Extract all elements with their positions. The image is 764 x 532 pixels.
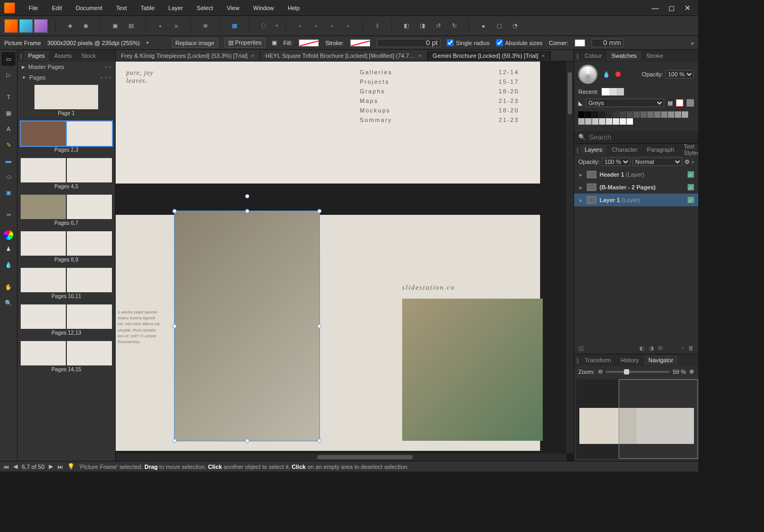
document-tab[interactable]: Gemini Brochure [Locked] (59.3%) [Trial]… <box>428 51 551 60</box>
palette-opts-icon[interactable]: ▦ <box>667 100 673 107</box>
close-tab-icon[interactable]: × <box>251 53 254 59</box>
menu-text[interactable]: Text <box>110 3 133 13</box>
page-thumbnail[interactable]: Pages 8,9 <box>21 231 112 263</box>
photo-right[interactable] <box>402 299 543 441</box>
swatch[interactable] <box>647 111 654 118</box>
layer-stack-icon[interactable]: ◫ <box>578 345 584 352</box>
single-radius-check[interactable]: Single radius <box>447 39 490 46</box>
rotate-ccw-icon[interactable]: ↺ <box>431 19 445 33</box>
registration-swatch-icon[interactable] <box>687 99 694 107</box>
tab-pages[interactable]: Pages <box>24 51 49 60</box>
context-overflow-icon[interactable]: » <box>691 40 694 46</box>
node-tool-icon[interactable]: ▷ <box>2 68 15 82</box>
menu-edit[interactable]: Edit <box>46 3 68 13</box>
tab-assets[interactable]: Assets <box>50 51 76 60</box>
adjustment-icon[interactable]: ◑ <box>649 345 654 352</box>
add-master-icon[interactable]: ▫ <box>105 64 107 70</box>
baseline-grid-icon[interactable]: ◈ <box>63 19 77 33</box>
tab-character[interactable]: Character <box>607 145 641 154</box>
canvas-viewport[interactable]: pure, joy leaves. Galleries12-14Projects… <box>116 62 566 453</box>
hand-tool-icon[interactable]: ✋ <box>2 280 15 294</box>
swatch[interactable] <box>633 111 640 118</box>
zoom-tool-icon[interactable]: 🔍 <box>2 296 15 310</box>
menu-window[interactable]: Window <box>247 3 280 13</box>
insert-rect-icon[interactable]: ▢ <box>492 19 506 33</box>
align-icon[interactable]: ⫴ <box>370 19 384 33</box>
tab-navigator[interactable]: Navigator <box>644 355 678 365</box>
fields-icon[interactable]: ▤ <box>124 19 138 33</box>
document-tab[interactable]: Frey & König Timepieces [Locked] (53.3%)… <box>116 51 260 60</box>
ellipse-tool-icon[interactable]: ⬭ <box>2 170 15 184</box>
swatch[interactable] <box>599 118 605 125</box>
swatch[interactable] <box>675 111 681 118</box>
insert-circle-icon[interactable]: ● <box>476 19 490 33</box>
arrange-forward-icon[interactable]: ▫ <box>325 19 339 33</box>
eyedropper-tool-icon[interactable]: 💧 <box>2 258 15 272</box>
arrange-back-icon[interactable]: ▫ <box>293 19 307 33</box>
text-flow-icon[interactable]: ◉ <box>79 19 93 33</box>
page-opts2-icon[interactable]: ▫ <box>109 74 111 81</box>
menu-table[interactable]: Table <box>134 3 161 13</box>
page-thumbnail[interactable]: Pages 12,13 <box>21 304 112 336</box>
wrap-icon[interactable]: ▣ <box>272 39 277 46</box>
close-tab-icon[interactable]: × <box>542 53 545 59</box>
menu-select[interactable]: Select <box>190 3 220 13</box>
swatch-search-input[interactable] <box>589 133 694 141</box>
swatch[interactable] <box>613 118 619 125</box>
add-layer-icon[interactable]: ▫ <box>682 345 684 352</box>
rectangle-tool-icon[interactable]: ▬ <box>2 154 15 168</box>
tab-colour[interactable]: Colour <box>580 51 606 60</box>
close-button[interactable]: ✕ <box>684 4 691 12</box>
layer-gear-icon[interactable]: ⚙ <box>684 159 690 165</box>
preview-icon[interactable]: 👁 <box>198 19 212 33</box>
menu-layer[interactable]: Layer <box>162 3 189 13</box>
menu-document[interactable]: Document <box>70 3 109 13</box>
zoom-in-icon[interactable]: ⊕ <box>689 368 694 375</box>
swatch[interactable] <box>661 111 667 118</box>
picture-frame-tool-icon[interactable]: ▣ <box>2 186 15 199</box>
delete-layer-icon[interactable]: 🗑 <box>688 345 694 352</box>
master-opts-icon[interactable]: ▫ <box>109 64 111 70</box>
page-thumbnail[interactable]: Pages 4,5 <box>21 158 112 189</box>
color-selector-icon[interactable] <box>578 65 597 84</box>
arrange-front-icon[interactable]: ▫ <box>341 19 355 33</box>
swatch[interactable] <box>592 118 598 125</box>
arrange-backward-icon[interactable]: ▫ <box>309 19 323 33</box>
snap-icon[interactable]: ⬡ <box>257 19 271 33</box>
layer-opts-icon[interactable]: ▫ <box>692 159 694 165</box>
rotate-cw-icon[interactable]: ↻ <box>447 19 461 33</box>
eyedropper-icon[interactable]: 💧 <box>603 71 610 78</box>
scrollbar-horizontal[interactable] <box>116 453 566 461</box>
swatch[interactable] <box>613 111 619 118</box>
swatch[interactable] <box>682 111 688 118</box>
picture-frame-selected[interactable] <box>174 211 320 441</box>
swatch[interactable] <box>654 111 661 118</box>
persona-publisher-icon[interactable] <box>4 19 18 33</box>
layer-row[interactable]: ▸Header 1 (Layer)✓ <box>574 168 698 181</box>
swatch[interactable] <box>620 111 626 118</box>
page-opts1-icon[interactable]: ▫ <box>105 74 107 81</box>
page-thumbnail[interactable]: Pages 14,15 <box>21 341 112 372</box>
list-icon[interactable]: ≡ <box>169 19 183 33</box>
clip-canvas-icon[interactable]: ▦ <box>228 19 241 33</box>
menu-view[interactable]: View <box>220 3 246 13</box>
tab-stroke[interactable]: Stroke <box>642 51 667 60</box>
navigator-preview[interactable] <box>576 379 696 459</box>
bullet-icon[interactable]: • <box>153 19 167 33</box>
none-swatch-icon[interactable] <box>676 99 683 107</box>
mask-icon[interactable]: ◐ <box>639 345 645 352</box>
layer-row[interactable]: ▸(B-Master - 2 Pages) ✓ <box>574 181 698 194</box>
swatch[interactable] <box>585 111 592 118</box>
color-wheel-icon[interactable] <box>4 230 13 240</box>
hints-icon[interactable]: 💡 <box>67 463 75 470</box>
tab-swatches[interactable]: Swatches <box>607 51 641 60</box>
corner-type[interactable] <box>575 39 585 47</box>
swatch[interactable] <box>606 111 612 118</box>
tab-history[interactable]: History <box>617 355 643 365</box>
palette-select[interactable]: Greys <box>586 99 664 107</box>
master-pages-header[interactable]: Master Pages <box>28 64 64 70</box>
page-thumbnail[interactable]: Pages 10,11 <box>21 268 112 299</box>
tab-layers[interactable]: Layers <box>580 145 606 154</box>
zoom-out-icon[interactable]: ⊖ <box>598 368 603 375</box>
table-tool-icon[interactable]: ▦ <box>2 106 15 120</box>
